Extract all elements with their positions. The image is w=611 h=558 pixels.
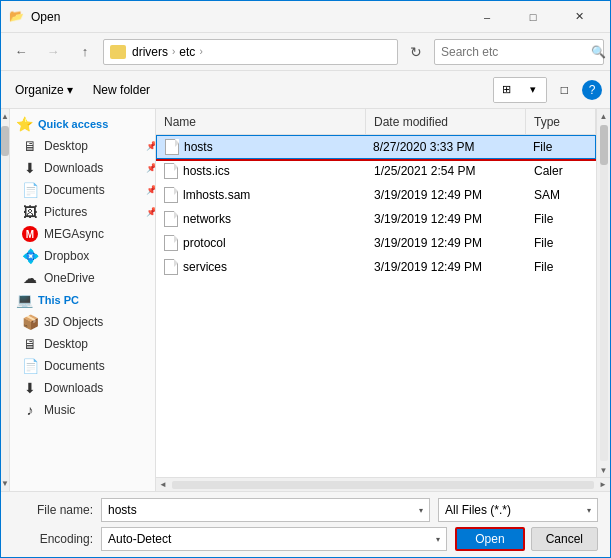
sidebar-item-label: Downloads: [44, 381, 103, 395]
breadcrumb-sep: ›: [172, 46, 175, 57]
file-cell-date: 3/19/2019 12:49 PM: [366, 183, 526, 206]
file-icon: [165, 139, 179, 155]
sidebar-item-desktop2[interactable]: 🖥 Desktop: [10, 333, 155, 355]
scroll-down-button[interactable]: ▼: [597, 463, 611, 477]
col-header-type[interactable]: Type: [526, 109, 596, 134]
new-folder-button[interactable]: New folder: [87, 81, 156, 99]
sidebar-item-label: Desktop: [44, 139, 88, 153]
sidebar-item-documents[interactable]: 📄 Documents 📌: [10, 179, 155, 201]
filename-input[interactable]: hosts ▾: [101, 498, 430, 522]
col-header-date[interactable]: Date modified: [366, 109, 526, 134]
file-list-container: Name Date modified Type: [156, 109, 610, 477]
new-folder-label: New folder: [93, 83, 150, 97]
sidebar-item-music[interactable]: ♪ Music: [10, 399, 155, 421]
col-header-name[interactable]: Name: [156, 109, 366, 134]
file-name: hosts.ics: [183, 164, 230, 178]
desktop-icon: 🖥: [22, 138, 38, 154]
sidebar-item-desktop[interactable]: 🖥 Desktop 📌: [10, 135, 155, 157]
table-row[interactable]: hosts.ics 1/25/2021 2:54 PM Caler: [156, 159, 596, 183]
table-row[interactable]: networks 3/19/2019 12:49 PM File: [156, 207, 596, 231]
sidebar-item-label: Quick access: [38, 118, 108, 130]
minimize-button[interactable]: –: [464, 1, 510, 33]
breadcrumb-arrow: ›: [199, 46, 202, 57]
up-button[interactable]: ↑: [71, 38, 99, 66]
filename-value: hosts: [108, 503, 419, 517]
scroll-left-button[interactable]: ◄: [156, 478, 170, 492]
table-row[interactable]: protocol 3/19/2019 12:49 PM File: [156, 231, 596, 255]
sidebar-item-label: 3D Objects: [44, 315, 103, 329]
organize-label: Organize: [15, 83, 64, 97]
sidebar-item-downloads2[interactable]: ⬇ Downloads: [10, 377, 155, 399]
sidebar-item-onedrive[interactable]: ☁ OneDrive: [10, 267, 155, 289]
encoding-arrow-icon: ▾: [436, 535, 440, 544]
sidebar-item-downloads[interactable]: ⬇ Downloads 📌: [10, 157, 155, 179]
filetype-select[interactable]: All Files (*.*) ▾: [438, 498, 598, 522]
cancel-button[interactable]: Cancel: [531, 527, 598, 551]
encoding-input[interactable]: Auto-Detect ▾: [101, 527, 447, 551]
forward-button[interactable]: →: [39, 38, 67, 66]
file-cell-date: 3/19/2019 12:49 PM: [366, 207, 526, 230]
open-button[interactable]: Open: [455, 527, 524, 551]
file-cell-date: 1/25/2021 2:54 PM: [366, 159, 526, 182]
documents2-icon: 📄: [22, 358, 38, 374]
help-icon: ?: [589, 83, 596, 97]
close-button[interactable]: ✕: [556, 1, 602, 33]
table-row[interactable]: lmhosts.sam 3/19/2019 12:49 PM SAM: [156, 183, 596, 207]
view-arrow-button[interactable]: ▾: [520, 78, 546, 102]
file-cell-date: 3/19/2019 12:49 PM: [366, 231, 526, 254]
sidebar-item-dropbox[interactable]: 💠 Dropbox: [10, 245, 155, 267]
dropbox-icon: 💠: [22, 248, 38, 264]
sidebar-item-label: Dropbox: [44, 249, 89, 263]
sidebar-item-label: This PC: [38, 294, 79, 306]
table-row[interactable]: hosts 8/27/2020 3:33 PM File: [156, 135, 596, 159]
computer-icon: 💻: [16, 292, 32, 308]
sidebar-item-3dobjects[interactable]: 📦 3D Objects: [10, 311, 155, 333]
sidebar-scroll-up[interactable]: ▲: [1, 109, 9, 124]
file-icon: [164, 235, 178, 251]
search-input[interactable]: [441, 45, 591, 59]
scroll-right-button[interactable]: ►: [596, 478, 610, 492]
back-button[interactable]: ←: [7, 38, 35, 66]
sidebar-item-quick-access[interactable]: ⭐ Quick access: [10, 113, 155, 135]
view-icon-button[interactable]: ⊞: [494, 78, 520, 102]
scroll-thumb[interactable]: [600, 125, 608, 165]
file-cell-name: lmhosts.sam: [156, 183, 366, 206]
sidebar-item-label: Documents: [44, 359, 105, 373]
sidebar-item-this-pc[interactable]: 💻 This PC: [10, 289, 155, 311]
sidebar-item-documents2[interactable]: 📄 Documents: [10, 355, 155, 377]
pane-button[interactable]: □: [555, 81, 574, 99]
filename-label: File name:: [13, 503, 93, 517]
pin-icon: 📌: [146, 163, 155, 173]
horizontal-scrollbar: ◄ ►: [156, 477, 610, 491]
refresh-button[interactable]: ↻: [402, 39, 430, 65]
sidebar-item-pictures[interactable]: 🖼 Pictures 📌: [10, 201, 155, 223]
file-name: services: [183, 260, 227, 274]
file-table-header: Name Date modified Type: [156, 109, 596, 135]
sidebar-scroll-thumb: [1, 126, 9, 156]
pane-icon: □: [561, 83, 568, 97]
sidebar-scroll-down[interactable]: ▼: [1, 476, 9, 491]
file-cell-name: hosts.ics: [156, 159, 366, 182]
file-table: Name Date modified Type: [156, 109, 596, 477]
file-cell-type: Caler: [526, 159, 596, 182]
breadcrumb-etc[interactable]: etc: [179, 45, 195, 59]
documents-icon: 📄: [22, 182, 38, 198]
file-icon: [164, 163, 178, 179]
sidebar-item-megasync[interactable]: M MEGAsync: [10, 223, 155, 245]
organize-button[interactable]: Organize ▾: [9, 81, 79, 99]
search-bar[interactable]: 🔍: [434, 39, 604, 65]
breadcrumb-drivers[interactable]: drivers: [132, 45, 168, 59]
help-button[interactable]: ?: [582, 80, 602, 100]
sidebar-container: ▲ ▼ ⭐ Quick access 🖥 Desktop 📌 ⬇: [1, 109, 156, 491]
sidebar-item-label: MEGAsync: [44, 227, 104, 241]
sidebar-item-label: Pictures: [44, 205, 87, 219]
file-cell-date: 3/19/2019 12:49 PM: [366, 255, 526, 278]
sidebar-item-label: Downloads: [44, 161, 103, 175]
file-name: networks: [183, 212, 231, 226]
maximize-button[interactable]: □: [510, 1, 556, 33]
scroll-up-button[interactable]: ▲: [597, 109, 611, 123]
table-row[interactable]: services 3/19/2019 12:49 PM File: [156, 255, 596, 279]
desktop2-icon: 🖥: [22, 336, 38, 352]
breadcrumb-bar[interactable]: drivers › etc ›: [103, 39, 398, 65]
title-controls: – □ ✕: [464, 1, 602, 33]
